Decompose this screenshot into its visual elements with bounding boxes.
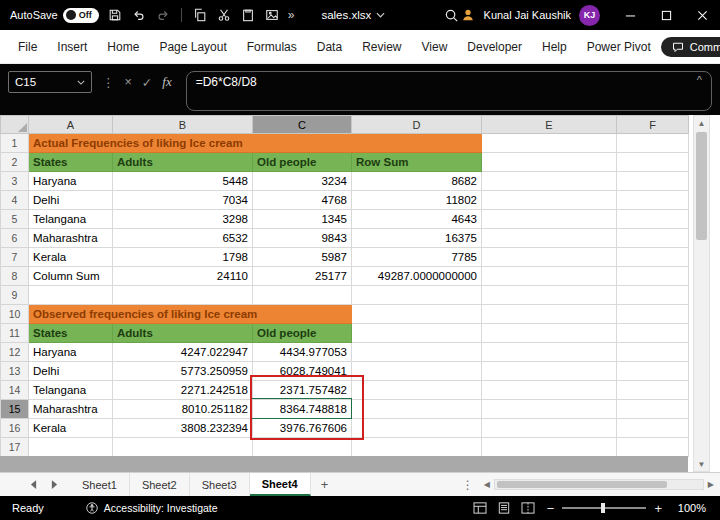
ribbon-tab-data[interactable]: Data <box>307 30 352 64</box>
scroll-up-icon[interactable]: ▲ <box>694 116 709 130</box>
cell[interactable] <box>617 267 689 286</box>
row-header-16[interactable]: 16 <box>1 419 29 438</box>
minimize-button[interactable] <box>622 7 638 23</box>
row-header-1[interactable]: 1 <box>1 134 29 153</box>
cell[interactable] <box>482 324 617 343</box>
cell[interactable] <box>113 438 253 457</box>
search-icon[interactable] <box>443 7 459 23</box>
cell[interactable] <box>253 286 352 305</box>
cell[interactable]: 7785 <box>352 248 482 267</box>
cell[interactable]: Kerala <box>29 419 113 438</box>
cell[interactable] <box>617 229 689 248</box>
cell[interactable] <box>29 286 113 305</box>
ribbon-tab-page-layout[interactable]: Page Layout <box>149 30 236 64</box>
cell[interactable]: 16375 <box>352 229 482 248</box>
cell[interactable]: 4247.022947 <box>113 343 253 362</box>
cell[interactable] <box>482 134 617 153</box>
cell[interactable] <box>352 324 482 343</box>
cell[interactable]: 1345 <box>253 210 352 229</box>
cell[interactable] <box>617 286 689 305</box>
row-header-6[interactable]: 6 <box>1 229 29 248</box>
zoom-out-button[interactable]: − <box>547 501 555 516</box>
cell[interactable] <box>617 419 689 438</box>
row-header-15[interactable]: 15 <box>1 400 29 419</box>
vertical-scrollbar[interactable]: ▲ ▼ <box>693 115 710 472</box>
cell[interactable]: 3976.767606 <box>253 419 352 438</box>
cell[interactable] <box>352 381 482 400</box>
cell[interactable] <box>617 324 689 343</box>
sheet-nav-right-icon[interactable] <box>51 480 58 489</box>
sheet-tab-sheet1[interactable]: Sheet1 <box>70 473 130 496</box>
cell[interactable]: Delhi <box>29 362 113 381</box>
user-name[interactable]: Kunal Jai Kaushik <box>484 9 571 21</box>
redo-icon[interactable] <box>155 7 171 23</box>
formula-bar-expand-icon[interactable]: ^ <box>697 74 702 86</box>
scroll-down-icon[interactable]: ▼ <box>694 457 709 471</box>
save-icon[interactable] <box>107 7 123 23</box>
cell[interactable] <box>113 286 253 305</box>
ribbon-tab-help[interactable]: Help <box>532 30 577 64</box>
ribbon-tab-power-pivot[interactable]: Power Pivot <box>577 30 661 64</box>
select-all-corner[interactable] <box>1 116 29 134</box>
cell[interactable] <box>617 248 689 267</box>
cell[interactable]: Kerala <box>29 248 113 267</box>
cell[interactable] <box>29 438 113 457</box>
ribbon-tab-review[interactable]: Review <box>352 30 411 64</box>
cell[interactable]: 3234 <box>253 172 352 191</box>
paste-icon[interactable] <box>240 7 256 23</box>
cell[interactable] <box>617 438 689 457</box>
cell[interactable] <box>617 305 689 324</box>
name-box-chevron-icon[interactable] <box>77 80 85 85</box>
maximize-button[interactable] <box>658 7 674 23</box>
zoom-in-button[interactable]: + <box>654 501 662 516</box>
sheet-nav-left-icon[interactable] <box>30 480 37 489</box>
document-title[interactable]: sales.xlsx <box>321 9 385 21</box>
cell[interactable] <box>482 400 617 419</box>
cell[interactable]: Haryana <box>29 172 113 191</box>
more-commands-icon[interactable]: » <box>288 8 294 22</box>
cell[interactable]: Column Sum <box>29 267 113 286</box>
autosave-control[interactable]: AutoSave Off <box>10 8 99 23</box>
cell[interactable]: Old people <box>253 324 352 343</box>
undo-icon[interactable] <box>131 7 147 23</box>
row-header-17[interactable]: 17 <box>1 438 29 457</box>
enter-icon[interactable]: ✓ <box>142 75 152 90</box>
cell[interactable] <box>352 419 482 438</box>
cell[interactable]: 2271.242518 <box>113 381 253 400</box>
accessibility-status[interactable]: Accessibility: Investigate <box>86 502 218 514</box>
page-layout-view-icon[interactable] <box>497 502 511 514</box>
cell[interactable] <box>617 343 689 362</box>
name-box[interactable]: C15 <box>8 71 92 93</box>
picture-icon[interactable] <box>264 7 280 23</box>
hscroll-right-icon[interactable]: ▶ <box>708 480 714 489</box>
cell[interactable]: States <box>29 324 113 343</box>
copy-icon[interactable] <box>192 7 208 23</box>
cell[interactable]: Adults <box>113 324 253 343</box>
avatar[interactable]: KJ <box>579 5 600 26</box>
cell[interactable] <box>482 267 617 286</box>
cell[interactable] <box>482 362 617 381</box>
cell[interactable]: Delhi <box>29 191 113 210</box>
cell[interactable] <box>352 400 482 419</box>
cell[interactable]: 11802 <box>352 191 482 210</box>
cell[interactable]: Row Sum <box>352 153 482 172</box>
zoom-level[interactable]: 100% <box>674 502 706 514</box>
cell[interactable]: Adults <box>113 153 253 172</box>
row-header-12[interactable]: 12 <box>1 343 29 362</box>
cell[interactable] <box>253 438 352 457</box>
row-header-11[interactable]: 11 <box>1 324 29 343</box>
cell[interactable] <box>617 210 689 229</box>
cell[interactable] <box>482 248 617 267</box>
cell[interactable]: 24110 <box>113 267 253 286</box>
insert-function-icon[interactable]: fx <box>162 74 171 90</box>
sheet-bar-menu-icon[interactable]: ⋮ <box>462 478 474 492</box>
column-header-D[interactable]: D <box>352 116 482 134</box>
normal-view-icon[interactable] <box>473 502 487 514</box>
cell[interactable] <box>352 438 482 457</box>
cell[interactable]: Telangana <box>29 210 113 229</box>
zoom-slider[interactable] <box>562 507 646 509</box>
row-header-13[interactable]: 13 <box>1 362 29 381</box>
row-header-7[interactable]: 7 <box>1 248 29 267</box>
cell[interactable]: Haryana <box>29 343 113 362</box>
cell[interactable] <box>482 191 617 210</box>
